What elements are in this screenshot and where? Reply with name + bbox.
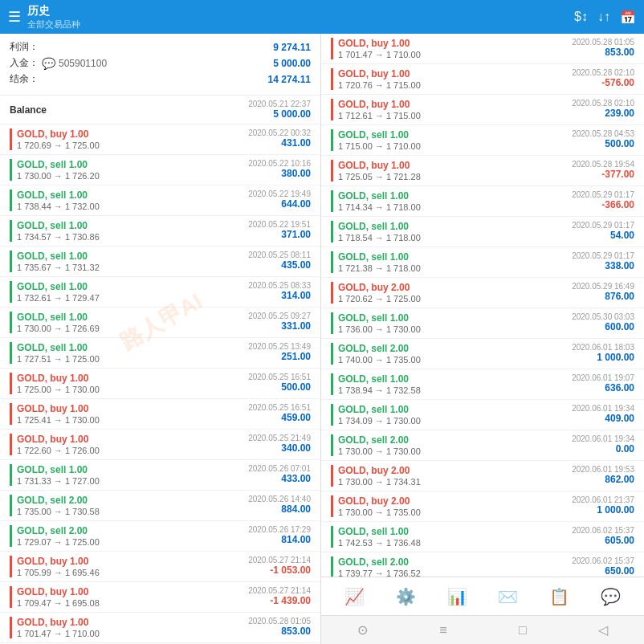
- trade-item-inner: GOLD, buy 1.00 1 701.47 → 1 710.00 2020.…: [331, 38, 634, 59]
- trade-title: GOLD, buy 1.00: [17, 403, 248, 414]
- list-item[interactable]: GOLD, buy 1.00 1 701.47 → 1 710.00 2020.…: [321, 34, 644, 64]
- trade-prices: 1 705.99 → 1 695.46: [17, 568, 248, 577]
- trade-pnl: 331.00: [248, 320, 311, 332]
- message-icon[interactable]: ✉️: [498, 587, 518, 606]
- trade-meta: 2020.05.27 21:14 -1 053.00: [248, 556, 311, 577]
- right-trade-list[interactable]: GOLD, buy 1.00 1 701.47 → 1 710.00 2020.…: [321, 34, 644, 577]
- trade-item-inner: GOLD, buy 1.00 1 705.99 → 1 695.46 2020.…: [10, 556, 311, 577]
- calendar-icon[interactable]: 📅: [620, 10, 636, 25]
- list-item[interactable]: GOLD, buy 1.00 1 722.60 → 1 726.00 2020.…: [0, 430, 320, 460]
- trade-item-inner: GOLD, sell 1.00 1 738.94 → 1 732.58 2020…: [331, 373, 634, 395]
- list-item[interactable]: GOLD, sell 2.00 1 739.77 → 1 736.52 2020…: [321, 552, 644, 577]
- list-item[interactable]: GOLD, buy 2.00 1 720.62 → 1 725.00 2020.…: [321, 278, 644, 308]
- trade-title: GOLD, sell 1.00: [338, 190, 572, 202]
- left-trade-list[interactable]: Balance 2020.05.21 22:37 5 000.00 GOLD, …: [0, 96, 320, 644]
- list-item[interactable]: GOLD, buy 2.00 1 730.00 → 1 735.00 2020.…: [321, 491, 644, 522]
- trade-meta: 2020.05.28 04:53 500.00: [572, 129, 634, 151]
- trade-item-inner: GOLD, buy 2.00 1 730.00 → 1 734.31 2020.…: [331, 465, 634, 487]
- trade-info: GOLD, buy 1.00 1 725.05 → 1 721.28: [338, 160, 572, 181]
- list-item[interactable]: GOLD, buy 1.00 1 725.41 → 1 730.00 2020.…: [0, 399, 320, 430]
- trade-info: GOLD, sell 2.00 1 739.77 → 1 736.52: [338, 556, 572, 577]
- direction-bar: [10, 464, 12, 486]
- analytics-icon[interactable]: 📊: [447, 587, 467, 606]
- trade-meta: 2020.06.01 19:53 862.00: [572, 465, 634, 487]
- list-item[interactable]: GOLD, sell 1.00 1 742.53 → 1 736.48 2020…: [321, 522, 644, 552]
- list-item[interactable]: GOLD, buy 1.00 1 701.47 → 1 710.00 2020.…: [0, 613, 320, 643]
- trade-date: 2020.05.26 14:40: [248, 495, 311, 503]
- list-item[interactable]: GOLD, sell 1.00 1 727.51 → 1 725.00 2020…: [0, 338, 320, 369]
- direction-bar: [331, 373, 333, 395]
- trade-title: GOLD, buy 1.00: [17, 434, 248, 445]
- back-icon[interactable]: ◁: [598, 622, 608, 638]
- list-item[interactable]: GOLD, sell 1.00 1 715.00 → 1 710.00 2020…: [321, 125, 644, 156]
- trade-prices: 1 714.34 → 1 718.00: [338, 202, 572, 212]
- trade-title: GOLD, sell 1.00: [17, 342, 248, 353]
- header-subtitle: 全部交易品种: [27, 18, 574, 31]
- trade-prices: 1 730.00 → 1 726.69: [17, 324, 248, 333]
- trade-pnl: 431.00: [248, 137, 311, 149]
- trade-pnl: -1 053.00: [248, 565, 311, 576]
- trade-meta: 2020.05.27 21:14 -1 439.00: [248, 586, 311, 608]
- trade-info: GOLD, sell 2.00 1 729.07 → 1 725.00: [17, 525, 248, 547]
- list-item[interactable]: GOLD, sell 2.00 1 729.07 → 1 725.00 2020…: [0, 521, 320, 552]
- trade-info: GOLD, sell 2.00 1 735.00 → 1 730.58: [17, 495, 248, 516]
- list-item[interactable]: GOLD, sell 1.00 1 721.38 → 1 718.00 2020…: [321, 247, 644, 278]
- header-icons: $↕ ↓↑ 📅: [574, 10, 636, 25]
- chat-icon[interactable]: 💬: [601, 587, 621, 606]
- list-item[interactable]: GOLD, sell 1.00 1 730.00 → 1 726.69 2020…: [0, 308, 320, 338]
- list-item[interactable]: GOLD, sell 1.00 1 732.61 → 1 729.47 2020…: [0, 277, 320, 308]
- list-item[interactable]: GOLD, sell 1.00 1 738.94 → 1 732.58 2020…: [321, 369, 644, 400]
- trade-date: 2020.06.01 18:03: [572, 343, 634, 352]
- direction-bar: [10, 220, 12, 242]
- circle-icon[interactable]: ⊙: [357, 622, 368, 638]
- trade-info: GOLD, sell 1.00 1 721.38 → 1 718.00: [338, 251, 572, 273]
- balance-date: 2020.05.21 22:37: [248, 100, 311, 108]
- trade-info: GOLD, sell 2.00 1 740.00 → 1 735.00: [338, 343, 572, 365]
- list-item[interactable]: GOLD, sell 1.00 1 714.34 → 1 718.00 2020…: [321, 186, 644, 217]
- list-item[interactable]: GOLD, buy 1.00 1 712.61 → 1 715.00 2020.…: [321, 95, 644, 125]
- settings-icon[interactable]: ⚙️: [396, 587, 416, 606]
- trade-info: GOLD, sell 1.00 1 730.00 → 1 726.20: [17, 159, 248, 181]
- trade-date: 2020.05.29 01:17: [572, 221, 634, 230]
- list-item[interactable]: GOLD, buy 1.00 1 725.05 → 1 721.28 2020.…: [321, 156, 644, 186]
- trade-pnl: 54.00: [572, 230, 634, 241]
- trade-title: GOLD, sell 2.00: [338, 434, 572, 446]
- trade-date: 2020.05.28 02:10: [572, 99, 634, 108]
- trade-item-inner: GOLD, buy 1.00 1 720.69 → 1 725.00 2020.…: [10, 128, 311, 150]
- square-icon[interactable]: □: [519, 623, 527, 638]
- trade-meta: 2020.05.26 14:40 884.00: [248, 495, 311, 516]
- menu-icon[interactable]: ☰: [8, 8, 21, 26]
- list-item[interactable]: GOLD, buy 1.00 1 705.99 → 1 695.46 2020.…: [0, 552, 320, 582]
- list-item[interactable]: GOLD, sell 1.00 1 738.44 → 1 732.00 2020…: [0, 185, 320, 216]
- direction-bar: [331, 465, 333, 487]
- list-item[interactable]: GOLD, buy 1.00 1 725.00 → 1 730.00 2020.…: [0, 369, 320, 399]
- list-item[interactable]: GOLD, sell 1.00 1 734.57 → 1 730.86 2020…: [0, 216, 320, 247]
- dollar-sort-icon[interactable]: $↕: [574, 10, 588, 24]
- trade-prices: 1 712.61 → 1 715.00: [338, 111, 572, 120]
- list-item[interactable]: GOLD, sell 1.00 1 730.00 → 1 726.20 2020…: [0, 155, 320, 185]
- trade-meta: 2020.05.25 08:11 435.00: [248, 251, 311, 272]
- sort-icon[interactable]: ↓↑: [597, 10, 610, 24]
- chart-icon[interactable]: 📈: [344, 587, 365, 606]
- menu-lines-icon[interactable]: ≡: [439, 623, 446, 638]
- list-item[interactable]: GOLD, sell 1.00 1 736.00 → 1 730.00 2020…: [321, 308, 644, 339]
- list-item[interactable]: GOLD, sell 1.00 1 731.33 → 1 727.00 2020…: [0, 460, 320, 491]
- list-item[interactable]: GOLD, buy 2.00 1 730.00 → 1 734.31 2020.…: [321, 461, 644, 491]
- list-item[interactable]: GOLD, buy 1.00 1 720.76 → 1 715.00 2020.…: [321, 64, 644, 95]
- list-item[interactable]: GOLD, sell 1.00 1 718.54 → 1 718.00 2020…: [321, 217, 644, 247]
- list-item[interactable]: GOLD, buy 1.00 1 709.47 → 1 695.08 2020.…: [0, 582, 320, 613]
- list-icon[interactable]: 📋: [549, 587, 569, 606]
- trade-pnl: 644.00: [248, 198, 311, 210]
- list-item[interactable]: GOLD, sell 2.00 1 730.00 → 1 730.00 2020…: [321, 430, 644, 461]
- list-item[interactable]: GOLD, sell 2.00 1 735.00 → 1 730.58 2020…: [0, 491, 320, 521]
- trade-info: GOLD, buy 1.00 1 709.47 → 1 695.08: [17, 586, 248, 608]
- trade-info: GOLD, sell 1.00 1 731.33 → 1 727.00: [17, 464, 248, 486]
- list-item[interactable]: GOLD, buy 1.00 1 720.69 → 1 725.00 2020.…: [0, 124, 320, 155]
- trade-info: GOLD, buy 1.00 1 705.99 → 1 695.46: [17, 556, 248, 577]
- trade-meta: 2020.05.22 00:32 431.00: [248, 128, 311, 150]
- trade-date: 2020.06.02 15:37: [572, 556, 634, 565]
- list-item[interactable]: GOLD, sell 1.00 1 734.09 → 1 730.00 2020…: [321, 400, 644, 430]
- list-item[interactable]: GOLD, sell 2.00 1 740.00 → 1 735.00 2020…: [321, 339, 644, 369]
- list-item[interactable]: GOLD, sell 1.00 1 735.67 → 1 731.32 2020…: [0, 247, 320, 277]
- direction-bar: [331, 282, 333, 304]
